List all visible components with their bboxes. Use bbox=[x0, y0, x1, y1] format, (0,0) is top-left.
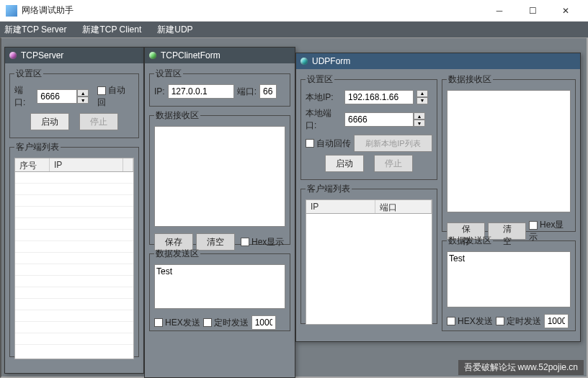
window-title: 网络调试助手 bbox=[22, 4, 483, 17]
udp-window: UDPForm 设置区 本地IP: ▲▼ 本地端口: ▲▼ bbox=[295, 53, 581, 342]
port-stepper[interactable]: ▲▼ bbox=[37, 89, 89, 104]
udp-clear-button[interactable]: 清空 bbox=[488, 222, 526, 240]
tcp-server-port-input[interactable] bbox=[37, 89, 77, 104]
udp-hex-send-checkbox[interactable] bbox=[447, 317, 455, 325]
tcp-server-settings: 设置区 端口: ▲▼ 自动回 启动 停止 bbox=[9, 68, 139, 138]
udp-titlebar[interactable]: UDPForm bbox=[296, 53, 580, 69]
tcp-server-stop-button: 停止 bbox=[79, 113, 118, 130]
tcp-server-titlebar[interactable]: TCPServer bbox=[5, 48, 143, 63]
refresh-ip-button: 刷新本地IP列表 bbox=[354, 135, 432, 152]
hex-show-checkbox[interactable] bbox=[241, 238, 249, 246]
tcp-client-settings: 设置区 IP: 端口: bbox=[149, 68, 290, 107]
udp-stop-button: 停止 bbox=[374, 155, 413, 172]
dot-icon bbox=[9, 52, 17, 59]
tcp-server-start-button[interactable]: 启动 bbox=[30, 113, 69, 130]
udp-client-list-body[interactable] bbox=[306, 214, 432, 325]
maximize-button[interactable]: ☐ bbox=[516, 0, 549, 22]
udp-start-button[interactable]: 启动 bbox=[325, 155, 364, 172]
udp-hex-show-checkbox[interactable] bbox=[529, 221, 538, 230]
auto-reply-checkbox[interactable] bbox=[306, 139, 314, 148]
tcp-client-ip-input[interactable] bbox=[168, 84, 234, 99]
menu-new-tcp-client[interactable]: 新建TCP Client bbox=[82, 24, 141, 36]
udp-title: UDPForm bbox=[312, 56, 350, 66]
tcp-client-recv-text[interactable] bbox=[154, 126, 285, 227]
dot-icon bbox=[300, 58, 308, 65]
minimize-button[interactable]: ─ bbox=[483, 0, 516, 22]
watermark: 吾爱破解论坛 www.52pojie.cn bbox=[458, 360, 584, 375]
udp-client-list: 客户端列表 IP 端口 bbox=[300, 183, 437, 324]
auto-checkbox[interactable] bbox=[97, 86, 106, 95]
tcp-server-title: TCPServer bbox=[21, 50, 63, 60]
timed-send-checkbox[interactable] bbox=[203, 318, 212, 327]
menu-new-udp[interactable]: 新建UDP bbox=[157, 24, 192, 36]
send-group: 数据发送区 Test HEX发送 定时发送 bbox=[149, 248, 290, 331]
client-list-header: 序号 IP bbox=[14, 158, 134, 172]
tcp-client-window: TCPClinetForm 设置区 IP: 端口: 数据接收区 保存 清空 He… bbox=[144, 47, 295, 378]
udp-timer-input[interactable] bbox=[544, 314, 569, 328]
udp-send-group: 数据发送区 Test HEX发送 定时发送 bbox=[442, 235, 576, 331]
menu-bar: 新建TCP Server 新建TCP Client 新建UDP bbox=[0, 22, 588, 37]
menu-new-tcp-server[interactable]: 新建TCP Server bbox=[4, 24, 66, 36]
tcp-client-title: TCPClinetForm bbox=[161, 50, 220, 60]
hex-send-checkbox[interactable] bbox=[154, 318, 163, 327]
timer-input[interactable] bbox=[251, 315, 276, 330]
clear-button[interactable]: 清空 bbox=[196, 233, 235, 251]
udp-port-input[interactable] bbox=[344, 112, 414, 127]
mdi-area: TCPServer 设置区 端口: ▲▼ 自动回 启动 停止 bbox=[0, 37, 588, 378]
udp-timed-send-checkbox[interactable] bbox=[496, 317, 504, 325]
recv-group: 数据接收区 保存 清空 Hex显示 bbox=[149, 109, 290, 245]
udp-settings: 设置区 本地IP: ▲▼ 本地端口: ▲▼ 自动回传 bbox=[300, 73, 437, 180]
dot-icon bbox=[149, 52, 156, 59]
udp-recv-group: 数据接收区 保存 清空 Hex显示 bbox=[442, 73, 576, 232]
app-icon bbox=[6, 5, 17, 17]
tcp-server-window: TCPServer 设置区 端口: ▲▼ 自动回 启动 停止 bbox=[4, 47, 144, 374]
tcp-client-port-input[interactable] bbox=[259, 84, 277, 99]
tcp-client-titlebar[interactable]: TCPClinetForm bbox=[145, 48, 295, 63]
client-list-group: 客户端列表 序号 IP bbox=[9, 141, 139, 357]
udp-ip-input[interactable] bbox=[344, 90, 414, 104]
title-bar: 网络调试助手 ─ ☐ ✕ bbox=[0, 0, 588, 22]
tcp-client-send-text[interactable]: Test bbox=[154, 264, 285, 309]
udp-send-text[interactable]: Test bbox=[447, 251, 571, 307]
client-list-body[interactable] bbox=[14, 172, 134, 359]
udp-port-stepper[interactable]: ▲▼ bbox=[344, 112, 425, 127]
udp-recv-text[interactable] bbox=[447, 90, 571, 212]
close-button[interactable]: ✕ bbox=[549, 0, 582, 22]
